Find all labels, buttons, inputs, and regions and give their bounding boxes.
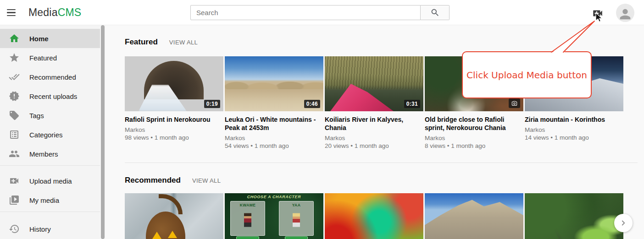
game-thumb-panel: YAA [279, 201, 314, 236]
sidebar-item-recent-uploads[interactable]: Recent uploads [0, 87, 100, 106]
chevron-right-icon [619, 219, 627, 227]
pumpkin-stem-art [159, 194, 183, 214]
sidebar-item-home[interactable]: Home [0, 29, 100, 48]
sidebar-item-label: Featured [29, 54, 57, 62]
logo-cms-text: CMS [58, 6, 82, 18]
sidebar-item-label: My media [29, 196, 59, 204]
sidebar-item-categories[interactable]: Categories [0, 125, 100, 144]
game-thumb-button-text: Selected [236, 236, 259, 239]
sidebar-item-label: Members [29, 150, 58, 158]
video-thumbnail[interactable]: 0:46 [225, 56, 323, 111]
video-thumbnail[interactable] [325, 193, 423, 239]
game-thumb-panel: KWAME [230, 201, 265, 236]
media-author-link[interactable]: Markos [325, 135, 423, 141]
sidebar-item-featured[interactable]: Featured [0, 48, 100, 67]
pumpkin-art [146, 212, 185, 239]
game-character-art [244, 213, 251, 227]
video-thumbnail[interactable]: 0:31 [325, 56, 423, 111]
home-icon [9, 33, 20, 44]
game-thumb-header-text: CHOOSE A CHARACTER [225, 195, 323, 199]
upload-media-button[interactable] [592, 7, 604, 19]
media-title-link[interactable]: Leuka Ori - White mountains - Peak at 24… [225, 115, 323, 132]
sidebar-item-label: Tags [29, 112, 44, 120]
media-meta: 20 views • 1 month ago [325, 142, 423, 149]
sidebar-group-media: Upload media My media [0, 165, 100, 210]
media-title-link[interactable]: Koiliaris River in Kalyves, Chania [325, 115, 423, 132]
sidebar-item-label: Recent uploads [29, 92, 77, 100]
sidebar-item-tags[interactable]: Tags [0, 106, 100, 125]
section-title: Featured [125, 38, 158, 47]
new-releases-icon [9, 91, 20, 102]
media-author-link[interactable]: Markos [125, 126, 223, 133]
media-author-link[interactable]: Markos [425, 135, 523, 141]
video-call-icon [9, 175, 20, 186]
view-all-link[interactable]: VIEW ALL [169, 39, 198, 46]
video-library-icon [9, 195, 20, 206]
sidebar: Home Featured Recommended Recent uploads… [0, 25, 100, 239]
media-card: 0:19 Rafioli Sprint in Nerokourou Markos… [125, 56, 223, 155]
video-call-upload-icon [592, 7, 604, 19]
sidebar-item-recommended[interactable]: Recommended [0, 67, 100, 87]
card-info: Old bridge close to Rafioli sprint, Nero… [425, 111, 523, 155]
logo-media-text: Media [28, 6, 58, 18]
hamburger-menu-icon[interactable] [7, 9, 16, 16]
pumpkin-eye-art [168, 231, 177, 238]
camera-badge [509, 98, 520, 108]
search-input[interactable] [190, 5, 421, 20]
section-title: Recommended [125, 176, 181, 185]
sidebar-scrollbar-thumb[interactable] [101, 25, 105, 239]
user-avatar[interactable] [616, 4, 634, 22]
media-title-link[interactable]: Ziria mountain - Korinthos [525, 115, 623, 124]
duration-badge: 0:46 [304, 100, 320, 108]
sidebar-group-main: Home Featured Recommended Recent uploads… [0, 25, 100, 163]
video-thumbnail[interactable]: CHOOSE A CHARACTER KWAME YAA Selected Se… [225, 193, 323, 239]
carousel-next-button[interactable] [614, 214, 633, 232]
done-all-icon [9, 71, 20, 82]
media-author-link[interactable]: Markos [225, 135, 323, 141]
person-icon [617, 6, 633, 22]
video-thumbnail[interactable] [125, 193, 223, 239]
sidebar-item-label: Upload media [29, 177, 72, 185]
media-author-link[interactable]: Markos [525, 126, 623, 133]
card-info: Koiliaris River in Kalyves, Chania Marko… [325, 111, 423, 155]
view-all-link[interactable]: VIEW ALL [192, 177, 221, 184]
sidebar-item-my-media[interactable]: My media [0, 190, 100, 210]
tag-icon [9, 110, 20, 121]
sidebar-item-upload-media[interactable]: Upload media [0, 171, 100, 190]
members-icon [9, 148, 20, 159]
sidebar-item-label: Home [29, 35, 49, 43]
recommended-row: CHOOSE A CHARACTER KWAME YAA Selected Se… [125, 193, 644, 239]
section-divider [125, 163, 638, 163]
sidebar-item-label: Categories [29, 131, 63, 139]
camera-icon [511, 100, 517, 106]
media-title-link[interactable]: Old bridge close to Rafioli sprint, Nero… [425, 115, 523, 132]
sidebar-item-label: History [29, 225, 51, 233]
duration-badge: 0:31 [404, 100, 420, 108]
topbar: MediaCMS [0, 0, 644, 25]
sidebar-group-history: History [0, 212, 100, 239]
pumpkin-eye-art [152, 232, 161, 239]
card-info: Leuka Ori - White mountains - Peak at 24… [225, 111, 323, 155]
game-character-art [293, 213, 300, 227]
sidebar-item-label: Recommended [29, 73, 76, 81]
categories-icon [9, 129, 20, 140]
app-logo[interactable]: MediaCMS [28, 6, 81, 19]
recommended-section-header: Recommended VIEW ALL [125, 176, 644, 186]
media-title-link[interactable]: Rafioli Sprint in Nerokourou [125, 115, 223, 124]
card-info: Rafioli Sprint in Nerokourou Markos 98 v… [125, 111, 223, 155]
media-meta: 14 views • 1 month ago [525, 134, 623, 141]
search-icon [430, 8, 440, 17]
sidebar-item-history[interactable]: History [0, 219, 100, 239]
search-button[interactable] [421, 5, 450, 20]
video-thumbnail[interactable] [425, 193, 523, 239]
video-thumbnail[interactable]: 0:19 [125, 56, 223, 111]
featured-section-header: Featured VIEW ALL [125, 38, 644, 48]
game-character-name: YAA [279, 203, 313, 207]
history-icon [9, 223, 20, 234]
media-meta: 98 views • 1 month ago [125, 134, 223, 141]
sidebar-item-members[interactable]: Members [0, 144, 100, 163]
video-thumbnail[interactable] [525, 193, 623, 239]
sidebar-scrollbar-track [100, 25, 105, 239]
star-icon [9, 52, 20, 63]
duration-badge: 0:19 [204, 100, 220, 108]
